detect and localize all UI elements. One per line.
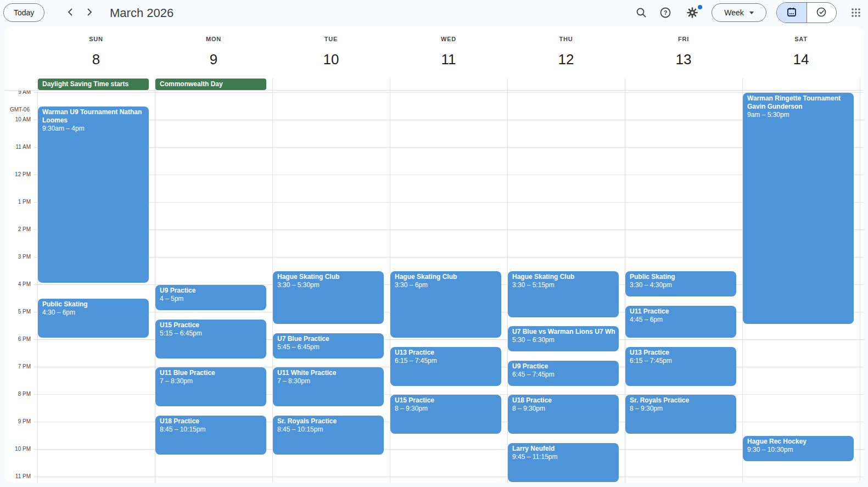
event-chip[interactable]: U13 Practice6:15 – 7:45pm [625, 347, 736, 386]
time-axis-label: 10 AM [4, 116, 31, 123]
date-number[interactable]: 12 [507, 51, 625, 68]
time-axis-label: 9 AM [4, 91, 31, 96]
view-dropdown[interactable]: Week [712, 3, 766, 22]
event-title: Public Skating [630, 273, 732, 281]
time-axis-label: 10 PM [4, 446, 31, 452]
event-time: 6:15 – 7:45pm [395, 357, 497, 365]
event-chip[interactable]: U11 White Practice7 – 8:30pm [273, 367, 384, 406]
event-chip[interactable]: Sr. Royals Practice8 – 9:30pm [625, 395, 736, 434]
event-chip[interactable]: U7 Blue vs Warman Lions U7 Wh5:30 – 6:30… [508, 326, 619, 351]
previous-week-button[interactable] [63, 4, 79, 21]
event-title: U7 Blue vs Warman Lions U7 Wh [512, 328, 614, 336]
time-axis-label: 2 PM [4, 226, 31, 233]
time-axis-label: 5 PM [4, 309, 31, 315]
event-chip[interactable]: Warman U9 Tournament Nathan Loomes9:30am… [38, 107, 149, 283]
google-apps-button[interactable] [844, 1, 868, 25]
tasks-view-toggle[interactable] [807, 3, 837, 23]
search-button[interactable] [630, 2, 652, 24]
event-chip[interactable]: Warman Ringette Tournament Gavin Gunders… [743, 93, 854, 324]
time-axis-label: 3 PM [4, 254, 31, 260]
time-axis-label: 7 PM [4, 363, 31, 370]
search-icon [635, 7, 647, 20]
event-time: 6:45 – 7:45pm [512, 371, 614, 379]
hour-gridline [34, 92, 864, 93]
date-number[interactable]: 13 [625, 51, 742, 68]
event-time: 7 – 8:30pm [277, 377, 379, 385]
time-grid: 9 AM10 AM11 AM12 PM1 PM2 PM3 PM4 PM5 PM6… [4, 91, 864, 483]
calendar-view-toggle[interactable] [777, 3, 807, 23]
event-title: Hague Rec Hockey [747, 438, 849, 446]
hour-gridline [34, 257, 864, 258]
event-chip[interactable]: Hague Skating Club3:30 – 5:15pm [508, 271, 619, 317]
time-axis-label: 1 PM [4, 199, 31, 205]
event-title: Hague Skating Club [277, 273, 379, 281]
event-chip[interactable]: U11 Practice4:45 – 6pm [625, 306, 736, 338]
day-of-week-label: SAT [742, 36, 860, 42]
event-chip[interactable]: U7 Blue Practice5:45 – 6:45pm [273, 333, 384, 359]
app-header: Today March 2026 ? [0, 0, 868, 26]
settings-notification-dot [698, 5, 702, 9]
event-chip[interactable]: U11 Blue Practice7 – 8:30pm [155, 367, 266, 406]
time-axis-label: 11 AM [4, 144, 31, 150]
event-title: Larry Neufeld [512, 445, 614, 453]
event-time: 5:30 – 6:30pm [512, 336, 614, 344]
event-time: 9am – 5:30pm [747, 111, 849, 119]
event-time: 3:30 – 5:30pm [277, 281, 379, 289]
time-axis-label: 9 PM [4, 418, 31, 425]
chevron-down-icon [749, 12, 754, 14]
event-chip[interactable]: U9 Practice6:45 – 7:45pm [508, 361, 619, 386]
event-chip[interactable]: U18 Practice8:45 – 10:15pm [155, 416, 266, 455]
day-of-week-label: FRI [625, 36, 742, 42]
apps-grid-icon [850, 7, 861, 20]
chevron-right-icon [83, 7, 94, 19]
event-title: U11 White Practice [277, 369, 379, 377]
event-chip[interactable]: Public Skating4:30 – 6pm [38, 299, 149, 338]
view-dropdown-label: Week [724, 8, 744, 17]
event-chip[interactable]: U15 Practice5:15 – 6:45pm [155, 320, 266, 359]
event-title: Sr. Royals Practice [277, 417, 379, 426]
event-chip[interactable]: U18 Practice8 – 9:30pm [508, 395, 619, 434]
event-time: 6:15 – 7:45pm [630, 357, 732, 365]
settings-button[interactable] [681, 2, 703, 24]
date-number[interactable]: 9 [155, 51, 272, 68]
date-number[interactable]: 14 [742, 51, 860, 68]
time-axis-label: 6 PM [4, 336, 31, 343]
today-button[interactable]: Today [3, 3, 44, 22]
tasks-check-icon [815, 6, 827, 20]
calendar-week-grid: GMT-06 SUN8Daylight Saving Time startsMO… [4, 26, 864, 483]
event-chip[interactable]: Sr. Royals Practice8:45 – 10:15pm [273, 416, 384, 455]
event-time: 9:30am – 4pm [42, 125, 144, 133]
event-title: Sr. Royals Practice [630, 396, 732, 405]
event-time: 3:30 – 6pm [395, 281, 497, 289]
day-of-week-label: THU [507, 36, 625, 42]
event-title: U11 Blue Practice [160, 369, 262, 377]
event-chip[interactable]: Hague Skating Club3:30 – 5:30pm [273, 271, 384, 324]
event-title: Hague Skating Club [512, 273, 614, 281]
event-chip[interactable]: U9 Practice4 – 5pm [155, 285, 266, 310]
event-chip[interactable]: Larry Neufeld9:45 – 11:15pm [508, 443, 619, 482]
chevron-left-icon [65, 7, 76, 19]
event-time: 8 – 9:30pm [630, 405, 732, 413]
event-chip[interactable]: U13 Practice6:15 – 7:45pm [390, 347, 501, 386]
all-day-event-chip[interactable]: Commonwealth Day [155, 79, 266, 90]
event-title: U11 Practice [630, 307, 732, 316]
date-number[interactable]: 10 [272, 51, 390, 68]
time-axis-label: 4 PM [4, 281, 31, 288]
event-title: U13 Practice [630, 349, 732, 357]
event-title: U15 Practice [160, 321, 262, 329]
all-day-event-chip[interactable]: Daylight Saving Time starts [38, 79, 149, 90]
event-title: U15 Practice [395, 396, 497, 405]
help-icon: ? [659, 6, 672, 21]
day-of-week-label: TUE [272, 36, 390, 42]
event-chip[interactable]: Public Skating3:30 – 4:30pm [625, 271, 736, 296]
next-week-button[interactable] [81, 4, 97, 21]
event-time: 3:30 – 4:30pm [630, 281, 732, 289]
event-chip[interactable]: Hague Rec Hockey9:30 – 10:30pm [743, 436, 854, 461]
time-axis-label: 8 PM [4, 391, 31, 398]
event-chip[interactable]: Hague Skating Club3:30 – 6pm [390, 271, 501, 338]
date-number[interactable]: 8 [37, 51, 155, 68]
hour-gridline [34, 202, 864, 203]
help-button[interactable]: ? [654, 2, 676, 24]
date-number[interactable]: 11 [390, 51, 507, 68]
event-chip[interactable]: U15 Practice8 – 9:30pm [390, 395, 501, 434]
